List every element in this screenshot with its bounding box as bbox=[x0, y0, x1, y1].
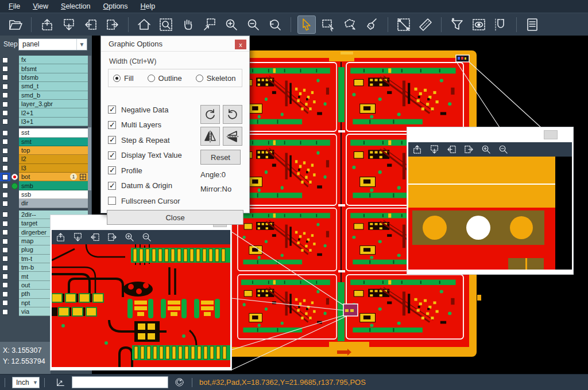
layer-checkbox[interactable] bbox=[0, 272, 10, 280]
layer-name[interactable]: bfsmt bbox=[19, 64, 88, 73]
filter-button[interactable] bbox=[448, 15, 466, 34]
reset-button[interactable]: Reset bbox=[200, 150, 241, 165]
move-right-button[interactable] bbox=[107, 232, 118, 243]
layer-checkbox[interactable] bbox=[0, 237, 10, 245]
move-left-button[interactable] bbox=[446, 144, 457, 155]
layer-checkbox[interactable] bbox=[0, 128, 10, 137]
layer-checkbox[interactable] bbox=[0, 64, 10, 73]
layer-row-l3+1[interactable]: l3+1 bbox=[0, 118, 88, 126]
layer-row-layer_3.gbr[interactable]: layer_3.gbr bbox=[0, 100, 88, 108]
layer-checkbox[interactable] bbox=[0, 91, 10, 100]
layer-name[interactable]: bot1 bbox=[19, 173, 88, 181]
chevron-down-icon[interactable]: ▼ bbox=[76, 39, 87, 50]
magnifier-right-titlebar[interactable] bbox=[408, 127, 572, 142]
move-up-button[interactable] bbox=[38, 15, 56, 34]
rotate-cw-button[interactable] bbox=[200, 105, 220, 124]
layer-name[interactable]: smt bbox=[19, 138, 88, 146]
layers-panel-button[interactable] bbox=[523, 15, 541, 34]
popup-window-button[interactable] bbox=[544, 130, 558, 139]
layer-checkbox[interactable] bbox=[0, 146, 10, 155]
zoom-out-button[interactable] bbox=[498, 144, 509, 155]
move-down-button[interactable] bbox=[72, 232, 83, 243]
layer-name[interactable]: l3+1 bbox=[19, 118, 88, 126]
measure-angle-icon[interactable] bbox=[55, 377, 66, 388]
layer-checkbox[interactable] bbox=[0, 100, 10, 108]
close-icon[interactable]: x bbox=[235, 40, 246, 49]
menu-file[interactable]: File bbox=[2, 1, 26, 11]
layer-name[interactable]: smb bbox=[19, 181, 88, 190]
pan-hand-button[interactable] bbox=[179, 15, 197, 34]
menu-view[interactable]: View bbox=[26, 1, 55, 11]
zoom-in-button[interactable] bbox=[481, 144, 492, 155]
layer-name[interactable]: smd_b bbox=[19, 91, 88, 100]
zoom-previous-button[interactable] bbox=[266, 15, 284, 34]
menu-options[interactable]: Options bbox=[96, 1, 134, 11]
layer-checkbox[interactable] bbox=[0, 299, 10, 307]
snap-magnet-button[interactable] bbox=[492, 15, 510, 34]
layer-checkbox[interactable] bbox=[0, 228, 10, 236]
zoom-window-button[interactable] bbox=[157, 15, 175, 34]
zoom-out-button[interactable] bbox=[244, 15, 262, 34]
layer-row-bot[interactable]: bot1 bbox=[0, 173, 88, 181]
move-up-button[interactable] bbox=[412, 144, 423, 155]
layer-row-smd_t[interactable]: smd_t bbox=[0, 82, 88, 91]
menu-help[interactable]: Help bbox=[134, 1, 162, 11]
zoom-in-button[interactable] bbox=[124, 232, 135, 243]
layer-checkbox[interactable] bbox=[0, 82, 10, 91]
layer-checkbox[interactable] bbox=[0, 164, 10, 173]
checkbox-profile[interactable]: Profile bbox=[108, 163, 193, 178]
layer-name[interactable]: l2+1 bbox=[19, 108, 88, 117]
move-left-button[interactable] bbox=[82, 15, 100, 34]
layer-name[interactable]: ssb bbox=[19, 190, 88, 199]
layer-name[interactable]: top bbox=[19, 146, 88, 155]
layer-checkbox[interactable] bbox=[0, 56, 10, 64]
open-folder-button[interactable] bbox=[6, 15, 25, 34]
move-right-button[interactable] bbox=[103, 15, 122, 34]
checkbox-display-text-value[interactable]: Display Text Value bbox=[108, 148, 193, 163]
refresh-icon[interactable] bbox=[174, 377, 185, 388]
rotate-ccw-button[interactable] bbox=[223, 105, 242, 124]
home-button[interactable] bbox=[135, 15, 153, 34]
layer-checkbox[interactable] bbox=[0, 245, 10, 254]
move-left-button[interactable] bbox=[90, 232, 100, 243]
layer-name[interactable]: bfsmb bbox=[19, 73, 88, 82]
layer-row-bfsmb[interactable]: bfsmb bbox=[0, 73, 88, 82]
checkbox-multi-layers[interactable]: Multi Layers bbox=[108, 118, 193, 133]
step-select[interactable]: panel ▼ bbox=[18, 38, 87, 50]
layer-checkbox[interactable] bbox=[0, 219, 10, 228]
radio-fill[interactable]: Fill bbox=[113, 74, 134, 83]
layer-checkbox[interactable] bbox=[0, 210, 10, 219]
checkbox-datum-origin[interactable]: Datum & Origin bbox=[108, 178, 193, 194]
layer-checkbox[interactable] bbox=[0, 190, 10, 199]
layer-checkbox[interactable] bbox=[0, 281, 10, 290]
layer-row-dir[interactable]: dir bbox=[0, 199, 88, 208]
move-right-button[interactable] bbox=[463, 144, 474, 155]
layer-name[interactable]: l3 bbox=[19, 164, 88, 173]
select-cursor-button[interactable] bbox=[297, 15, 316, 34]
checkbox-step-repeat[interactable]: Step & Repeat bbox=[108, 132, 193, 148]
layer-checkbox[interactable] bbox=[0, 118, 10, 126]
move-down-button[interactable] bbox=[429, 144, 440, 155]
layer-row-smb[interactable]: smb bbox=[0, 181, 88, 190]
flip-horizontal-button[interactable] bbox=[200, 127, 220, 146]
layer-row-ssb[interactable]: ssb bbox=[0, 190, 88, 199]
move-down-button[interactable] bbox=[60, 15, 78, 34]
layer-name[interactable]: fx bbox=[19, 56, 88, 64]
select-polygon-button[interactable] bbox=[341, 15, 359, 34]
layer-checkbox[interactable] bbox=[0, 290, 10, 298]
layer-name[interactable]: sst bbox=[19, 128, 88, 137]
magnifier-popup-left[interactable] bbox=[51, 215, 231, 370]
layer-row-l2[interactable]: l2 bbox=[0, 155, 88, 163]
checkbox-negative-data[interactable]: Negative Data bbox=[108, 102, 193, 118]
clean-brush-button[interactable] bbox=[363, 15, 381, 34]
menu-selection[interactable]: Selection bbox=[55, 1, 96, 11]
radio-skeleton[interactable]: Skeleton bbox=[196, 74, 236, 83]
layer-checkbox[interactable] bbox=[0, 263, 10, 272]
layer-checkbox[interactable] bbox=[0, 181, 10, 190]
measure-distance-button[interactable] bbox=[394, 15, 413, 34]
checkbox-fullscreen-cursor[interactable]: Fullscreen Cursor bbox=[108, 193, 193, 209]
magnifier-popup-right[interactable] bbox=[407, 127, 573, 274]
zoom-in-button[interactable] bbox=[222, 15, 241, 34]
layer-row-top[interactable]: top bbox=[0, 146, 88, 155]
unit-select[interactable]: Inch ▼ bbox=[12, 377, 40, 388]
